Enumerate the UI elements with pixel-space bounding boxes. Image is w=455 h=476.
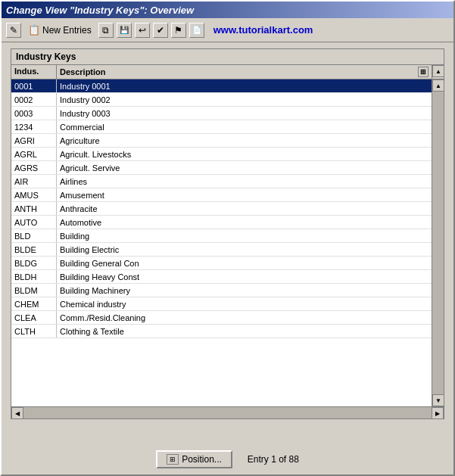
cell-desc: Industry 0003 (57, 107, 432, 120)
cell-indus: 0002 (11, 93, 57, 106)
cell-desc: Airlines (57, 175, 432, 188)
position-button[interactable]: ⊞ Position... (156, 450, 232, 468)
sort-icon[interactable]: ⊞ (418, 67, 429, 77)
cell-desc: Building (57, 229, 432, 242)
cell-desc: Agriculture (57, 134, 432, 147)
scroll-up-button2[interactable]: ▲ (432, 79, 444, 92)
cell-indus: CLEA (11, 311, 57, 324)
scroll-right-button[interactable]: ▶ (432, 407, 444, 419)
cell-desc: Comm./Resid.Cleaning (57, 311, 432, 324)
entry-count-label: Entry 1 of 88 (248, 454, 299, 465)
cell-indus: BLDH (11, 270, 57, 283)
undo-icon[interactable]: ↩ (135, 23, 150, 38)
table-header-row: Indus. Description ⊞ ▲ (11, 65, 444, 79)
check-icon[interactable]: ✔ (153, 23, 168, 38)
cell-desc: Industry 0002 (57, 93, 432, 106)
table-row[interactable]: BLDMBuilding Machinery (11, 284, 432, 297)
table-row[interactable]: BLDHBuilding Heavy Const (11, 270, 432, 284)
col-indus-header: Indus. (11, 65, 57, 79)
h-scroll-track[interactable] (23, 407, 432, 418)
table-row[interactable]: BLDGBuilding General Con (11, 257, 432, 270)
toolbar: ✎ 📋 New Entries ⧉ 💾 ↩ ✔ ⚑ 📄 www.tutorial… (2, 18, 453, 42)
scroll-down-button[interactable]: ▼ (432, 394, 444, 406)
cell-desc: Clothing & Textile (57, 325, 432, 338)
new-entries-label: New Entries (42, 25, 92, 36)
cell-indus: 0001 (11, 79, 57, 92)
main-window: Change View "Industry Keys": Overview ✎ … (0, 0, 455, 476)
table-row[interactable]: AIRAirlines (11, 175, 432, 188)
cell-desc: Building Electric (57, 243, 432, 256)
table-body: 0001Industry 00010002Industry 00020003In… (11, 79, 432, 406)
cell-indus: 0003 (11, 107, 57, 120)
watermark-text: www.tutorialkart.com (213, 24, 313, 36)
content-area: Industry Keys Indus. Description ⊞ ▲ 000… (2, 42, 453, 444)
cell-desc: Building Heavy Const (57, 270, 432, 283)
table-row[interactable]: 1234Commercial (11, 120, 432, 134)
table-row[interactable]: CHEMChemical industry (11, 297, 432, 311)
vertical-scrollbar: ▲ ▼ (432, 79, 444, 406)
position-button-label: Position... (182, 454, 222, 465)
cell-desc: Building Machinery (57, 284, 432, 297)
cell-desc: Agricult. Livestocks (57, 148, 432, 160)
scroll-track[interactable] (432, 92, 444, 394)
table-row[interactable]: CLTHClothing & Textile (11, 325, 432, 338)
table-row[interactable]: AMUSAmusement (11, 188, 432, 202)
bottom-bar: ⊞ Position... Entry 1 of 88 (2, 444, 453, 474)
table-row[interactable]: 0003Industry 0003 (11, 107, 432, 120)
cell-desc: Amusement (57, 188, 432, 201)
cell-indus: AGRI (11, 134, 57, 147)
cell-indus: CLTH (11, 325, 57, 338)
table-row[interactable]: AGRSAgricult. Servive (11, 161, 432, 175)
cell-indus: BLDE (11, 243, 57, 256)
cell-desc: Industry 0001 (57, 79, 432, 92)
table-row[interactable]: AGRIAgriculture (11, 134, 432, 148)
horizontal-scrollbar: ◀ ▶ (11, 406, 444, 418)
scroll-left-button[interactable]: ◀ (11, 407, 23, 419)
new-entries-icon: 📋 (28, 24, 40, 36)
cell-indus: CHEM (11, 297, 57, 310)
table-row[interactable]: 0002Industry 0002 (11, 93, 432, 107)
scroll-up-button[interactable]: ▲ (432, 65, 444, 77)
cell-indus: AUTO (11, 216, 57, 229)
save-icon[interactable]: 💾 (117, 23, 132, 38)
flag-icon[interactable]: ⚑ (171, 23, 186, 38)
cell-indus: 1234 (11, 120, 57, 133)
table-row[interactable]: BLDEBuilding Electric (11, 243, 432, 257)
cell-indus: ANTH (11, 202, 57, 215)
cell-desc: Chemical industry (57, 297, 432, 310)
cell-indus: AMUS (11, 188, 57, 201)
new-entries-button[interactable]: 📋 New Entries (24, 22, 95, 38)
cell-indus: AGRS (11, 161, 57, 174)
table-body-area: 0001Industry 00010002Industry 00020003In… (11, 79, 444, 406)
table-row[interactable]: CLEAComm./Resid.Cleaning (11, 311, 432, 325)
cell-indus: BLDG (11, 257, 57, 269)
table-container: Industry Keys Indus. Description ⊞ ▲ 000… (11, 48, 444, 419)
title-text: Change View "Industry Keys": Overview (6, 5, 194, 16)
table-section-title: Industry Keys (11, 49, 444, 65)
table-row[interactable]: AUTOAutomotive (11, 216, 432, 229)
table-row[interactable]: ANTHAnthracite (11, 202, 432, 216)
edit-icon[interactable]: ✎ (6, 23, 21, 38)
cell-desc: Anthracite (57, 202, 432, 215)
cell-indus: AGRL (11, 148, 57, 160)
cell-desc: Building General Con (57, 257, 432, 269)
cell-indus: BLDM (11, 284, 57, 297)
col-desc-header: Description ⊞ (57, 65, 432, 79)
table-row[interactable]: AGRLAgricult. Livestocks (11, 148, 432, 161)
copy-icon[interactable]: ⧉ (98, 23, 114, 38)
cell-indus: AIR (11, 175, 57, 188)
table-row[interactable]: BLDBuilding (11, 229, 432, 243)
title-bar: Change View "Industry Keys": Overview (2, 2, 453, 18)
position-icon: ⊞ (167, 454, 179, 465)
table-row[interactable]: 0001Industry 0001 (11, 79, 432, 93)
doc-icon[interactable]: 📄 (189, 23, 204, 38)
cell-indus: BLD (11, 229, 57, 242)
cell-desc: Agricult. Servive (57, 161, 432, 174)
cell-desc: Commercial (57, 120, 432, 133)
cell-desc: Automotive (57, 216, 432, 229)
